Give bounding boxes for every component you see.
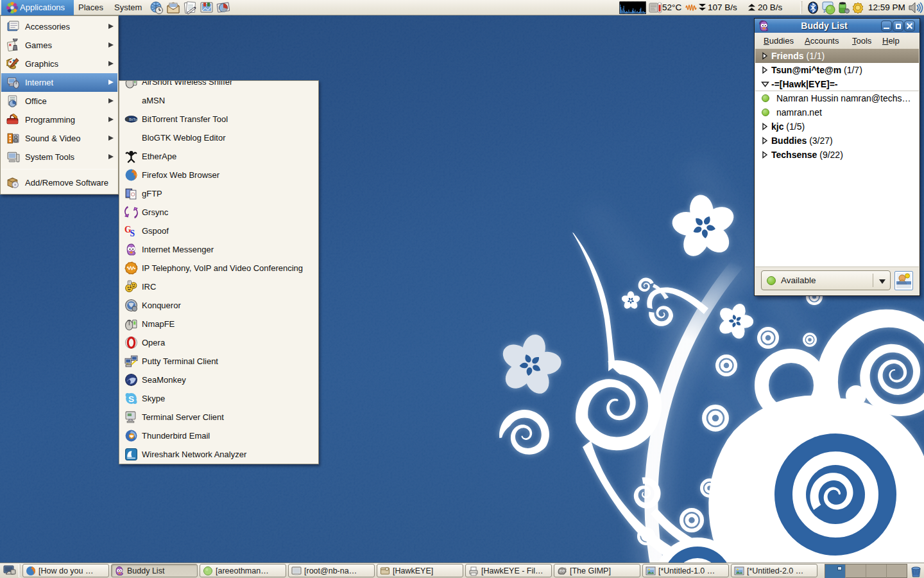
svg-text:S: S: [130, 229, 135, 238]
svg-text:S: S: [128, 394, 134, 404]
svg-text:!: !: [129, 281, 130, 285]
svg-text:BitTorrent: BitTorrent: [129, 118, 138, 121]
